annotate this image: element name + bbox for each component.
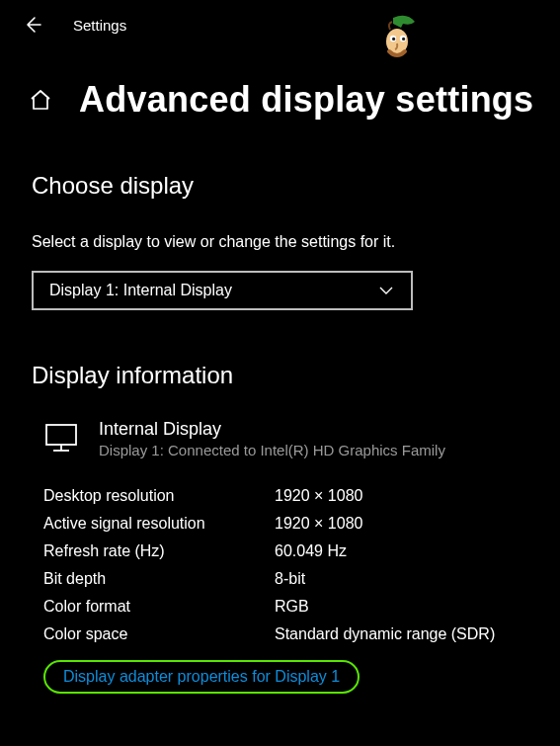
- arrow-left-icon: [23, 15, 42, 35]
- display-adapter-properties-link[interactable]: Display adapter properties for Display 1: [43, 660, 360, 694]
- info-value: 1920 × 1080: [275, 515, 362, 533]
- page-header: Advanced display settings: [0, 36, 560, 121]
- info-row: Color spaceStandard dynamic range (SDR): [43, 621, 560, 648]
- info-label: Refresh rate (Hz): [43, 542, 275, 560]
- display-summary: Internal Display Display 1: Connected to…: [32, 419, 560, 458]
- page-title: Advanced display settings: [79, 79, 533, 121]
- monitor-icon: [43, 419, 79, 455]
- info-value: Standard dynamic range (SDR): [275, 625, 495, 643]
- choose-display-subtext: Select a display to view or change the s…: [32, 233, 560, 251]
- info-row: Desktop resolution1920 × 1080: [43, 482, 560, 510]
- info-label: Color format: [43, 598, 275, 616]
- home-button[interactable]: [28, 87, 53, 113]
- info-label: Color space: [43, 625, 275, 643]
- home-icon: [29, 88, 52, 112]
- display-information-heading: Display information: [32, 362, 560, 389]
- info-label: Desktop resolution: [43, 487, 275, 505]
- choose-display-section: Choose display Select a display to view …: [0, 172, 560, 310]
- info-row: Active signal resolution1920 × 1080: [43, 510, 560, 538]
- display-info-list: Desktop resolution1920 × 1080 Active sig…: [32, 482, 560, 648]
- display-select[interactable]: Display 1: Internal Display: [32, 271, 413, 310]
- info-value: 8-bit: [275, 570, 305, 588]
- back-button[interactable]: [22, 14, 43, 36]
- display-information-section: Display information Internal Display Dis…: [0, 362, 560, 694]
- info-row: Bit depth8-bit: [43, 565, 560, 593]
- topbar-title: Settings: [73, 17, 126, 34]
- info-value: 60.049 Hz: [275, 542, 347, 560]
- info-row: Refresh rate (Hz)60.049 Hz: [43, 538, 560, 565]
- chevron-down-icon: [377, 282, 395, 299]
- topbar: Settings: [0, 0, 560, 36]
- svg-rect-5: [46, 425, 76, 445]
- info-value: RGB: [275, 598, 309, 616]
- display-name: Internal Display: [99, 419, 445, 440]
- info-label: Active signal resolution: [43, 515, 275, 533]
- info-value: 1920 × 1080: [275, 487, 362, 505]
- info-label: Bit depth: [43, 570, 275, 588]
- display-subtitle: Display 1: Connected to Intel(R) HD Grap…: [99, 442, 445, 458]
- info-row: Color formatRGB: [43, 593, 560, 621]
- choose-display-heading: Choose display: [32, 172, 560, 200]
- display-select-value: Display 1: Internal Display: [49, 282, 232, 299]
